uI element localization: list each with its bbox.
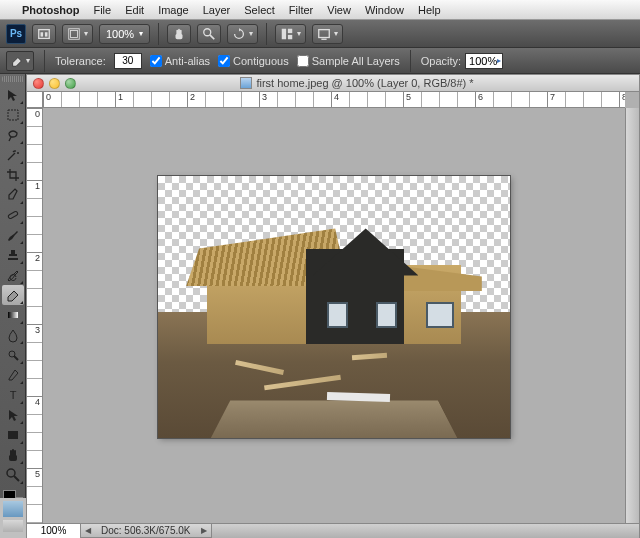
menu-layer[interactable]: Layer — [203, 4, 231, 16]
svg-point-5 — [204, 28, 211, 35]
zoom-icon — [5, 467, 21, 483]
crop-tool[interactable] — [2, 165, 24, 185]
tolerance-input[interactable] — [114, 53, 142, 69]
pen-icon — [5, 367, 21, 383]
dodge-icon — [5, 347, 21, 363]
status-flyout-right[interactable]: ▶ — [197, 526, 211, 535]
opacity-input[interactable]: 100% — [465, 53, 503, 69]
quick-select-tool[interactable] — [2, 145, 24, 165]
canvas-viewport[interactable] — [43, 108, 625, 523]
history-brush-tool[interactable] — [2, 265, 24, 285]
bandaid-icon — [5, 207, 21, 223]
launch-bridge-button[interactable] — [32, 24, 56, 44]
menu-edit[interactable]: Edit — [125, 4, 144, 16]
tools-panel: T — [0, 74, 26, 538]
menu-image[interactable]: Image — [158, 4, 189, 16]
lasso-icon — [5, 127, 21, 143]
rotate-icon — [232, 27, 246, 41]
minimized-panel[interactable] — [3, 501, 23, 517]
lasso-tool[interactable] — [2, 125, 24, 145]
hand-tool-shortcut[interactable] — [167, 24, 191, 44]
brush-tool[interactable] — [2, 225, 24, 245]
screen-mode-button[interactable] — [312, 24, 343, 44]
tool-options-bar: Tolerance: Anti-alias Contiguous Sample … — [0, 48, 640, 74]
ruler-tick: 3 — [27, 324, 42, 396]
ruler-tick: 3 — [259, 92, 331, 107]
document-body: 012345678 012345 — [26, 92, 640, 538]
screen-icon — [317, 27, 331, 41]
zoom-window-button[interactable] — [65, 78, 76, 89]
minimized-panel[interactable] — [3, 520, 23, 532]
menu-window[interactable]: Window — [365, 4, 404, 16]
menu-select[interactable]: Select — [244, 4, 275, 16]
healing-brush-tool[interactable] — [2, 205, 24, 225]
minimize-window-button[interactable] — [49, 78, 60, 89]
canvas[interactable] — [158, 176, 510, 438]
arrange-documents-button[interactable] — [275, 24, 306, 44]
document-proxy-icon[interactable] — [240, 77, 252, 89]
svg-line-16 — [14, 356, 18, 360]
zoom-tool-shortcut[interactable] — [197, 24, 221, 44]
svg-text:T: T — [9, 389, 16, 401]
document-title-text: first home.jpeg @ 100% (Layer 0, RGB/8#)… — [256, 77, 473, 89]
path-select-tool[interactable] — [2, 405, 24, 425]
status-flyout-left[interactable]: ◀ — [81, 526, 95, 535]
antialias-checkbox[interactable] — [150, 55, 162, 67]
view-extras-button[interactable] — [62, 24, 93, 44]
type-tool[interactable]: T — [2, 385, 24, 405]
doc-size-readout: Doc: 506.3K/675.0K — [95, 525, 197, 536]
contiguous-label: Contiguous — [233, 55, 289, 67]
ruler-origin[interactable] — [27, 92, 43, 108]
menu-filter[interactable]: Filter — [289, 4, 313, 16]
gradient-tool[interactable] — [2, 305, 24, 325]
svg-rect-10 — [319, 29, 330, 37]
contiguous-checkbox[interactable] — [218, 55, 230, 67]
crop-icon — [5, 167, 21, 183]
move-tool[interactable] — [2, 85, 24, 105]
blur-tool[interactable] — [2, 325, 24, 345]
pen-tool[interactable] — [2, 365, 24, 385]
ruler-tick: 6 — [475, 92, 547, 107]
panel-grip[interactable] — [2, 76, 24, 82]
document-titlebar[interactable]: first home.jpeg @ 100% (Layer 0, RGB/8#)… — [26, 74, 640, 92]
marquee-icon — [5, 107, 21, 123]
type-icon: T — [5, 387, 21, 403]
rotate-view-button[interactable] — [227, 24, 258, 44]
blur-icon — [5, 327, 21, 343]
vertical-ruler[interactable]: 012345 — [27, 108, 43, 523]
dodge-tool[interactable] — [2, 345, 24, 365]
tolerance-label: Tolerance: — [55, 55, 106, 67]
brush-icon — [5, 227, 21, 243]
zoom-level-dropdown[interactable]: 100% — [99, 24, 150, 44]
eraser-tool[interactable] — [2, 285, 24, 305]
move-icon — [5, 87, 21, 103]
marquee-tool[interactable] — [2, 105, 24, 125]
ruler-tick: 2 — [27, 252, 42, 324]
menu-view[interactable]: View — [327, 4, 351, 16]
ruler-tick: 5 — [403, 92, 475, 107]
horizontal-ruler[interactable]: 012345678 — [43, 92, 625, 108]
sample-all-layers-checkbox[interactable] — [297, 55, 309, 67]
svg-rect-8 — [288, 28, 292, 32]
zoom-tool[interactable] — [2, 465, 24, 485]
ruler-tick: 7 — [547, 92, 619, 107]
histbrush-icon — [5, 267, 21, 283]
shape-tool[interactable] — [2, 425, 24, 445]
tool-preset-picker[interactable] — [6, 51, 34, 71]
arrange-icon — [280, 27, 294, 41]
horizontal-scrollbar[interactable] — [211, 524, 639, 538]
close-window-button[interactable] — [33, 78, 44, 89]
menu-help[interactable]: Help — [418, 4, 441, 16]
mac-menu-bar: Photoshop File Edit Image Layer Select F… — [0, 0, 640, 20]
vertical-scrollbar[interactable] — [625, 108, 639, 523]
ruler-tick: 2 — [187, 92, 259, 107]
ruler-tick: 0 — [43, 92, 115, 107]
app-menu[interactable]: Photoshop — [22, 4, 79, 16]
zoom-percent-input[interactable] — [27, 524, 81, 538]
clone-stamp-tool[interactable] — [2, 245, 24, 265]
eyedropper-tool[interactable] — [2, 185, 24, 205]
document-title: first home.jpeg @ 100% (Layer 0, RGB/8#)… — [81, 77, 633, 89]
svg-rect-12 — [8, 110, 18, 120]
hand-tool[interactable] — [2, 445, 24, 465]
menu-file[interactable]: File — [93, 4, 111, 16]
